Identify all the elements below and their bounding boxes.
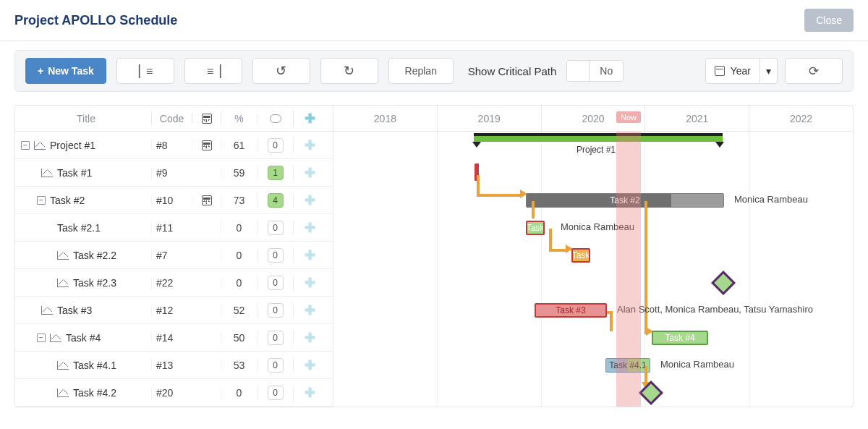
outdent-icon: ▏≡ [139, 64, 151, 78]
milestone-task4-2[interactable] [639, 381, 663, 405]
chart-icon [41, 306, 53, 315]
row-percent: 52 [221, 305, 257, 316]
add-subtask-icon[interactable]: ✚ [305, 275, 315, 291]
plus-icon: ✚ [305, 111, 315, 127]
chart-icon [50, 334, 61, 342]
tree-toggle[interactable]: − [21, 141, 30, 150]
add-subtask-icon[interactable]: ✚ [305, 357, 315, 373]
milestone-task1[interactable] [475, 163, 479, 181]
summary-bar-project1[interactable] [474, 136, 723, 142]
redo-button[interactable]: ↻ [320, 58, 378, 84]
row-code: #7 [151, 250, 192, 261]
table-row[interactable]: Task #4.2#2000✚ [15, 379, 333, 407]
add-subtask-icon[interactable]: ✚ [305, 247, 315, 263]
timeline-year[interactable]: 2022 [749, 106, 853, 131]
row-title: Task #4.1 [73, 360, 116, 371]
row-percent: 0 [221, 277, 257, 289]
task-bar-task4[interactable]: Task #4 [652, 331, 708, 345]
assignee-task3: Alan Scott, Monica Rambeau, Tatsu Yamash… [617, 304, 813, 315]
col-percent[interactable]: % [221, 113, 257, 124]
chart-icon [57, 251, 69, 260]
row-title: Task #2 [50, 195, 85, 206]
chart-icon [57, 279, 69, 287]
row-percent: 0 [221, 250, 257, 261]
task-bar-label: Task [527, 223, 545, 233]
comment-badge[interactable]: 0 [268, 138, 284, 153]
comment-badge[interactable]: 4 [268, 193, 284, 208]
add-subtask-icon[interactable]: ✚ [305, 165, 315, 181]
timeline-year[interactable]: 2021 [645, 106, 749, 131]
table-row[interactable]: −Task #2#10734✚ [15, 187, 333, 214]
col-comments[interactable] [257, 114, 293, 123]
undo-icon: ↺ [276, 63, 286, 79]
comment-badge[interactable]: 0 [268, 386, 284, 400]
col-add[interactable]: ✚ [293, 111, 326, 127]
table-row[interactable]: Task #2.1#1100✚ [15, 214, 333, 242]
row-code: #10 [151, 195, 192, 206]
table-row[interactable]: Task #4.1#13530✚ [15, 352, 333, 379]
indent-icon: ≡▕ [207, 64, 219, 78]
comment-icon [270, 114, 281, 123]
indent-button[interactable]: ≡▕ [184, 58, 242, 84]
new-task-button[interactable]: + New Task [25, 58, 106, 84]
comment-badge[interactable]: 0 [268, 358, 284, 373]
outdent-button[interactable]: ▏≡ [116, 58, 174, 84]
refresh-icon: ⟳ [809, 64, 819, 79]
row-percent: 50 [221, 332, 257, 344]
timescale-value: Year [731, 65, 751, 77]
close-button[interactable]: Close [804, 9, 854, 32]
add-subtask-icon[interactable]: ✚ [305, 385, 315, 401]
col-title[interactable]: Title [15, 113, 151, 124]
row-percent: 0 [221, 222, 257, 234]
comment-badge[interactable]: 0 [268, 276, 284, 290]
table-row[interactable]: Task #3#12520✚ [15, 297, 333, 324]
undo-button[interactable]: ↺ [252, 58, 310, 84]
task-bar-label: Task #3 [556, 305, 585, 315]
chevron-down-icon[interactable]: ▾ [760, 59, 777, 83]
add-subtask-icon[interactable]: ✚ [305, 137, 315, 153]
critical-toggle-value[interactable]: No [589, 61, 623, 81]
row-code: #8 [151, 140, 192, 151]
critical-toggle-blank[interactable] [567, 61, 589, 81]
table-row[interactable]: −Task #4#14500✚ [15, 324, 333, 352]
milestone-task2-3[interactable] [711, 271, 736, 295]
row-code: #12 [151, 305, 192, 316]
calculator-icon [202, 195, 212, 205]
row-title: Task #2.1 [57, 222, 101, 234]
col-calc[interactable] [192, 114, 221, 124]
comment-badge[interactable]: 0 [268, 248, 284, 263]
comment-badge[interactable]: 0 [268, 331, 284, 345]
row-title: Task #2.2 [73, 250, 116, 261]
add-subtask-icon[interactable]: ✚ [305, 330, 315, 346]
chart-icon [41, 169, 53, 177]
add-subtask-icon[interactable]: ✚ [305, 220, 315, 236]
critical-path-label: Show Critical Path [468, 65, 557, 77]
task-bar-task2-2[interactable]: Task [571, 248, 590, 263]
col-code[interactable]: Code [151, 113, 192, 124]
refresh-button[interactable]: ⟳ [785, 58, 843, 84]
add-subtask-icon[interactable]: ✚ [305, 302, 315, 318]
comment-badge[interactable]: 0 [268, 221, 284, 235]
replan-button[interactable]: Replan [388, 58, 454, 84]
task-bar-task3[interactable]: Task #3 [535, 303, 607, 318]
table-row[interactable]: −Project #1#8610✚ [15, 132, 333, 159]
critical-path-toggle[interactable]: No [566, 60, 624, 82]
comment-badge[interactable]: 0 [268, 303, 284, 318]
table-row[interactable]: Task #2.2#700✚ [15, 242, 333, 269]
tree-toggle[interactable]: − [37, 334, 46, 342]
toolbar: + New Task ▏≡ ≡▕ ↺ ↻ Replan Show Critica… [14, 50, 854, 92]
add-subtask-icon[interactable]: ✚ [305, 192, 315, 208]
row-code: #14 [151, 332, 192, 344]
page-title: Project APOLLO Schedule [14, 13, 177, 28]
table-row[interactable]: Task #2.3#2200✚ [15, 269, 333, 297]
timescale-dropdown[interactable]: Year ▾ [705, 58, 778, 84]
tree-toggle[interactable]: − [37, 196, 46, 205]
timeline-year[interactable]: 2018 [333, 106, 438, 131]
task-bar-task2-1[interactable]: Task [526, 221, 545, 235]
row-percent: 59 [221, 167, 257, 179]
row-code: #20 [151, 387, 192, 399]
table-row[interactable]: Task #1#9591✚ [15, 159, 333, 187]
chart-icon [57, 361, 69, 370]
comment-badge[interactable]: 1 [268, 166, 284, 180]
timeline-year[interactable]: 2019 [438, 106, 542, 131]
